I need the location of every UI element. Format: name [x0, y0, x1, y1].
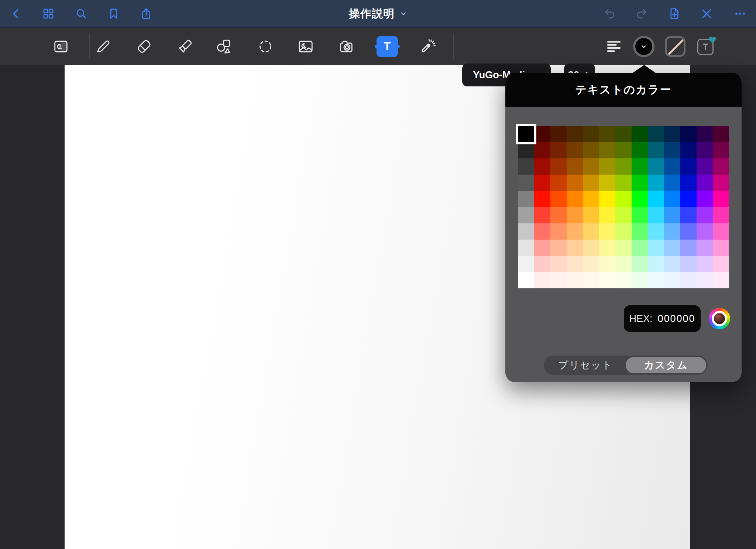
lasso-tool-icon[interactable]: [256, 37, 275, 56]
color-swatch[interactable]: [583, 175, 599, 191]
color-swatch[interactable]: [567, 142, 583, 158]
color-swatch[interactable]: [680, 207, 697, 223]
color-swatch[interactable]: [534, 272, 550, 288]
redo-icon[interactable]: [635, 7, 648, 20]
color-swatch[interactable]: [583, 142, 599, 158]
color-swatch[interactable]: [648, 191, 664, 207]
color-swatch[interactable]: [518, 272, 534, 288]
color-swatch[interactable]: [550, 223, 567, 240]
color-swatch[interactable]: [664, 191, 680, 207]
color-swatch[interactable]: [599, 223, 615, 240]
tab-preset[interactable]: プリセット: [545, 357, 626, 373]
color-swatch[interactable]: [550, 126, 567, 142]
color-wheel-icon[interactable]: [709, 308, 730, 329]
text-align-icon[interactable]: [605, 37, 623, 56]
color-swatch[interactable]: [550, 240, 567, 256]
color-swatch[interactable]: [632, 191, 648, 207]
color-swatch[interactable]: [599, 158, 615, 175]
search-icon[interactable]: [75, 7, 88, 20]
image-tool-icon[interactable]: [296, 37, 315, 56]
color-swatch[interactable]: [518, 207, 534, 223]
color-swatch[interactable]: [632, 256, 648, 272]
color-swatch[interactable]: [648, 223, 664, 240]
color-swatch[interactable]: [567, 126, 583, 142]
color-swatch[interactable]: [583, 272, 599, 288]
color-swatch[interactable]: [648, 158, 664, 175]
text-color-button[interactable]: [633, 36, 654, 57]
color-swatch[interactable]: [567, 272, 583, 288]
color-swatch[interactable]: [680, 158, 697, 175]
highlighter-tool-icon[interactable]: [176, 37, 194, 56]
color-swatch[interactable]: [518, 223, 534, 240]
color-swatch[interactable]: [697, 207, 713, 223]
color-swatch[interactable]: [648, 207, 664, 223]
color-swatch[interactable]: [615, 207, 632, 223]
hex-input[interactable]: HEX: 000000: [624, 305, 701, 332]
color-swatch[interactable]: [697, 126, 713, 142]
color-swatch[interactable]: [713, 272, 729, 288]
color-swatch[interactable]: [583, 158, 599, 175]
color-swatch[interactable]: [567, 175, 583, 191]
color-swatch[interactable]: [697, 158, 713, 175]
color-swatch[interactable]: [648, 272, 664, 288]
color-swatch[interactable]: [632, 240, 648, 256]
color-swatch[interactable]: [599, 126, 615, 142]
color-swatch[interactable]: [534, 126, 550, 142]
color-swatch[interactable]: [664, 240, 680, 256]
tab-custom[interactable]: カスタム: [626, 357, 706, 373]
color-swatch[interactable]: [599, 191, 615, 207]
color-swatch[interactable]: [583, 223, 599, 240]
color-swatch[interactable]: [632, 126, 648, 142]
shapes-tool-icon[interactable]: [214, 37, 233, 56]
pencil-disconnect-icon[interactable]: [700, 7, 713, 20]
color-swatch[interactable]: [583, 126, 599, 142]
color-swatch[interactable]: [632, 142, 648, 158]
color-swatch[interactable]: [567, 207, 583, 223]
color-swatch[interactable]: [713, 240, 729, 256]
color-swatch[interactable]: [550, 191, 567, 207]
color-swatch[interactable]: [680, 223, 697, 240]
color-swatch[interactable]: [664, 158, 680, 175]
color-swatch[interactable]: [583, 191, 599, 207]
color-swatch[interactable]: [713, 175, 729, 191]
color-swatch[interactable]: [615, 191, 632, 207]
color-swatch[interactable]: [567, 256, 583, 272]
color-swatch[interactable]: [713, 158, 729, 175]
color-swatch[interactable]: [697, 223, 713, 240]
color-swatch[interactable]: [583, 240, 599, 256]
color-swatch[interactable]: [583, 207, 599, 223]
color-swatch[interactable]: [599, 240, 615, 256]
color-swatch[interactable]: [550, 256, 567, 272]
thumbnails-grid-icon[interactable]: [42, 7, 55, 20]
text-style-favorite-button[interactable]: T: [697, 37, 715, 56]
stroke-style-button[interactable]: [665, 36, 685, 57]
color-swatch[interactable]: [713, 126, 729, 142]
color-swatch[interactable]: [664, 142, 680, 158]
color-swatch[interactable]: [567, 223, 583, 240]
color-swatch[interactable]: [664, 126, 680, 142]
undo-icon[interactable]: [603, 7, 616, 20]
color-swatch[interactable]: [713, 191, 729, 207]
color-swatch[interactable]: [534, 191, 550, 207]
color-swatch[interactable]: [615, 256, 632, 272]
add-page-icon[interactable]: [668, 7, 681, 20]
color-swatch[interactable]: [615, 142, 632, 158]
laser-pointer-icon[interactable]: [418, 37, 437, 56]
color-swatch[interactable]: [518, 191, 534, 207]
eraser-tool-icon[interactable]: [135, 37, 153, 56]
color-swatch[interactable]: [534, 223, 550, 240]
color-swatch[interactable]: [550, 207, 567, 223]
document-title-dropdown[interactable]: 操作説明: [349, 6, 407, 21]
color-swatch[interactable]: [567, 158, 583, 175]
color-swatch[interactable]: [534, 158, 550, 175]
color-swatch[interactable]: [518, 126, 534, 142]
color-swatch[interactable]: [534, 142, 550, 158]
color-swatch[interactable]: [534, 256, 550, 272]
color-swatch[interactable]: [680, 175, 697, 191]
color-swatch[interactable]: [615, 158, 632, 175]
color-swatch[interactable]: [680, 256, 697, 272]
color-swatch[interactable]: [518, 158, 534, 175]
color-swatch[interactable]: [664, 256, 680, 272]
color-swatch[interactable]: [697, 175, 713, 191]
color-swatch[interactable]: [550, 175, 567, 191]
